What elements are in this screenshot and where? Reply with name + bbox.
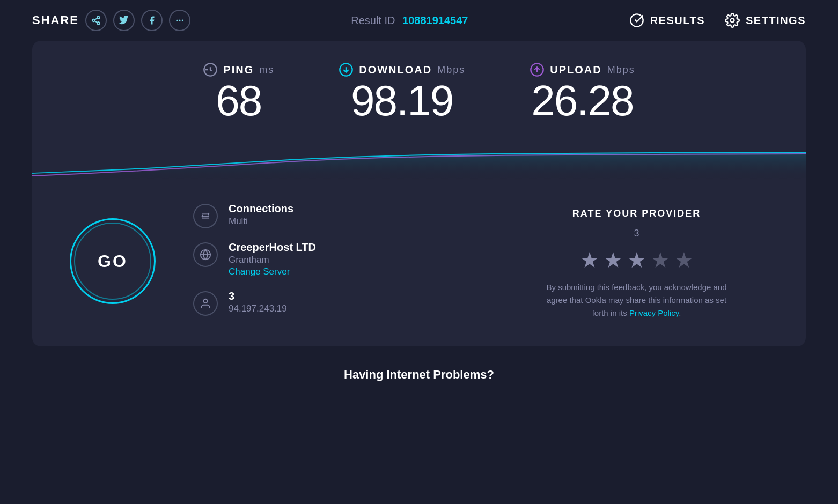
user-icon (193, 291, 218, 316)
rate-title: RATE YOUR PROVIDER (572, 208, 701, 219)
server-icon (193, 242, 218, 267)
svg-point-8 (630, 14, 643, 26)
bottom-section: GO Connections Multi (32, 181, 806, 346)
download-stat: DOWNLOAD Mbps 98.19 (339, 62, 465, 122)
main-card: PING ms 68 DOWNLOAD Mbps 98.19 (32, 41, 806, 346)
result-id-value[interactable]: 10881914547 (402, 14, 468, 26)
svg-point-2 (97, 22, 100, 25)
results-icon (629, 12, 645, 28)
settings-label: SETTINGS (746, 14, 806, 27)
star-1[interactable]: ★ (580, 248, 599, 272)
svg-point-9 (730, 19, 734, 23)
server-subtitle: Grantham (229, 255, 316, 265)
share-label: SHARE (32, 13, 79, 27)
user-row: 3 94.197.243.19 (193, 290, 467, 316)
footer-section: Having Internet Problems? (0, 346, 838, 392)
upload-stat: UPLOAD Mbps 26.28 (530, 62, 635, 122)
share-section: SHARE (32, 10, 190, 31)
ping-value: 68 (216, 79, 261, 122)
download-label: DOWNLOAD (359, 64, 432, 76)
go-button[interactable]: GO (70, 218, 156, 304)
share-more-icon[interactable] (169, 10, 190, 31)
connections-subtitle: Multi (229, 216, 293, 227)
star-3[interactable]: ★ (627, 248, 646, 272)
svg-point-1 (92, 19, 95, 22)
top-bar: SHARE Result ID 10881914547 (0, 0, 838, 41)
share-link-icon[interactable] (85, 10, 107, 31)
result-id-section: Result ID 10881914547 (351, 14, 468, 27)
upload-icon (530, 62, 545, 77)
user-info: 3 94.197.243.19 (229, 290, 287, 314)
star-4[interactable]: ★ (651, 248, 670, 272)
upload-unit: Mbps (607, 64, 635, 76)
share-facebook-icon[interactable] (141, 10, 163, 31)
svg-point-7 (182, 20, 183, 21)
footer-title: Having Internet Problems? (0, 368, 838, 382)
connections-row: Connections Multi (193, 203, 467, 228)
result-id-prefix: Result ID (351, 14, 395, 26)
go-button-label: GO (98, 251, 128, 271)
download-value: 98.19 (351, 79, 453, 122)
user-subtitle: 94.197.243.19 (229, 303, 287, 314)
connections-info: Connections Multi (229, 203, 293, 227)
svg-line-4 (94, 18, 97, 20)
download-icon (339, 62, 354, 77)
svg-line-3 (94, 21, 97, 23)
server-row: CreeperHost LTD Grantham Change Server (193, 241, 467, 277)
upload-label: UPLOAD (550, 64, 601, 76)
svg-point-6 (179, 20, 181, 21)
user-title: 3 (229, 290, 287, 302)
right-nav: RESULTS SETTINGS (629, 12, 806, 28)
change-server-link[interactable]: Change Server (229, 266, 316, 277)
rate-number: 3 (634, 228, 639, 239)
star-2[interactable]: ★ (604, 248, 623, 272)
ping-stat: PING ms 68 (203, 62, 274, 122)
upload-value: 26.28 (531, 79, 633, 122)
connections-title: Connections (229, 203, 293, 215)
svg-point-5 (176, 20, 178, 21)
rate-disclaimer: By submitting this feedback, you acknowl… (540, 281, 733, 320)
speed-graph (32, 138, 806, 181)
rate-section: RATE YOUR PROVIDER 3 ★ ★ ★ ★ ★ By submit… (499, 203, 774, 320)
ping-icon (203, 62, 218, 77)
results-nav[interactable]: RESULTS (629, 12, 705, 28)
privacy-policy-link[interactable]: Privacy Policy (629, 308, 679, 317)
share-twitter-icon[interactable] (113, 10, 135, 31)
rate-period: . (679, 308, 681, 317)
ping-unit: ms (259, 64, 274, 76)
server-info: CreeperHost LTD Grantham Change Server (229, 241, 316, 277)
settings-icon (724, 12, 740, 28)
stats-row: PING ms 68 DOWNLOAD Mbps 98.19 (32, 41, 806, 133)
results-label: RESULTS (650, 14, 705, 27)
info-section: Connections Multi CreeperHost LTD Granth… (193, 203, 467, 320)
star-5[interactable]: ★ (674, 248, 694, 272)
download-unit: Mbps (437, 64, 465, 76)
go-button-container: GO (64, 203, 161, 320)
svg-point-0 (97, 17, 100, 19)
ping-label: PING (223, 64, 254, 76)
server-title: CreeperHost LTD (229, 241, 316, 254)
stars-row: ★ ★ ★ ★ ★ (580, 248, 694, 272)
connections-icon (193, 204, 218, 228)
settings-nav[interactable]: SETTINGS (724, 12, 806, 28)
svg-point-20 (203, 299, 207, 303)
